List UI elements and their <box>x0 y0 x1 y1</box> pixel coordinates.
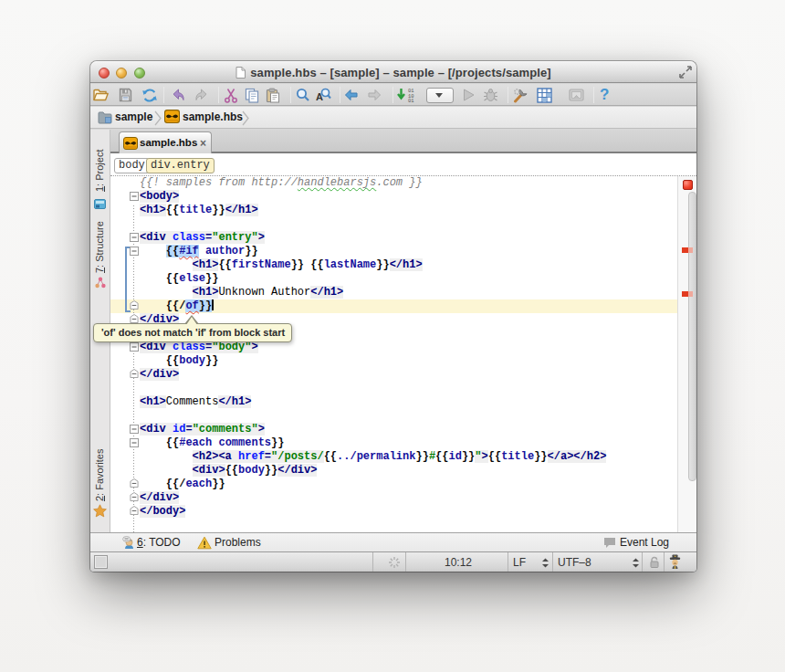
svg-text:A: A <box>316 91 323 102</box>
svg-text:01: 01 <box>408 99 413 103</box>
